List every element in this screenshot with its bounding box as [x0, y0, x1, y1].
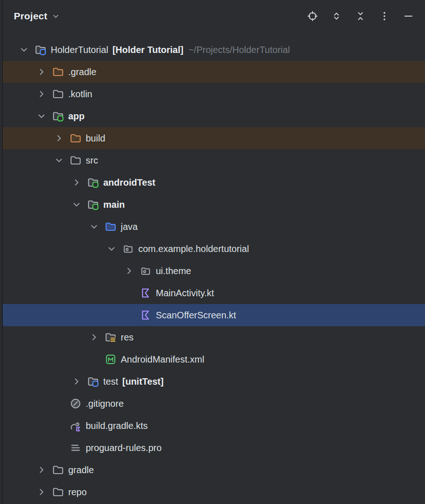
expand-all-button[interactable] [328, 8, 345, 24]
chevron-right-icon[interactable] [36, 88, 47, 100]
node-label: gradle [68, 465, 94, 475]
chevron-spacer [53, 398, 65, 409]
collapse-all-button[interactable] [352, 8, 369, 24]
kebab-icon [378, 10, 390, 22]
node-label: androidTest [103, 177, 155, 188]
chevron-right-icon[interactable] [36, 464, 47, 475]
tree-row-build[interactable]: build [3, 127, 425, 149]
chevron-right-icon[interactable] [71, 376, 82, 387]
tree-row-scan-offer-screen-kt[interactable]: ScanOfferScreen.kt [3, 304, 425, 326]
collapse-all-icon [354, 10, 366, 22]
manifest-xml-icon [104, 353, 117, 366]
node-label-suffix: [unitTest] [122, 376, 164, 387]
tree-row-android-manifest-xml[interactable]: AndroidManifest.xml [3, 348, 425, 370]
chevron-down-icon[interactable] [106, 243, 117, 254]
chevron-down-icon[interactable] [89, 221, 100, 232]
folder-icon [52, 486, 65, 498]
tree-row-com-example-holdertutorial[interactable]: com.example.holdertutorial [3, 238, 425, 260]
chevron-down-icon[interactable] [18, 44, 30, 55]
chevron-spacer [124, 287, 135, 299]
node-label: proguard-rules.pro [86, 443, 162, 453]
chevron-down-icon[interactable] [51, 11, 61, 21]
tree-row-app[interactable]: app [3, 105, 425, 127]
hide-button[interactable] [400, 8, 417, 24]
tree-row-dot-kotlin[interactable]: .kotlin [3, 83, 425, 105]
text-file-icon [69, 441, 82, 454]
node-label: java [121, 222, 138, 232]
node-label: .kotlin [68, 89, 92, 100]
chevron-spacer [53, 420, 65, 431]
tree-row-dot-gitignore[interactable]: .gitignore [3, 393, 425, 415]
gitignore-icon [69, 397, 82, 410]
chevron-spacer [89, 354, 100, 365]
more-options-button[interactable] [376, 8, 393, 24]
node-label: AndroidManifest.xml [121, 354, 204, 365]
tree-row-root[interactable]: HolderTutorial[Holder Tutorial]~/Project… [3, 39, 425, 61]
node-label: main [103, 199, 125, 210]
header-actions [304, 8, 417, 24]
tree-row-gradle[interactable]: gradle [3, 459, 425, 481]
locate-file-button[interactable] [304, 8, 321, 24]
chevron-right-icon[interactable] [53, 133, 65, 144]
node-label: app [68, 111, 85, 122]
project-file-tree: HolderTutorial[Holder Tutorial]~/Project… [3, 39, 425, 503]
node-label: src [86, 155, 98, 166]
tool-window-header: Project [3, 0, 425, 39]
project-path: ~/Projects/HolderTutorial [189, 45, 290, 55]
node-label: HolderTutorial [51, 45, 108, 55]
tree-row-proguard-rules-pro[interactable]: proguard-rules.pro [3, 437, 425, 459]
node-label: ui.theme [156, 266, 191, 276]
target-icon [307, 10, 319, 22]
kotlin-file-icon [139, 309, 152, 322]
node-label: .gradle [68, 67, 96, 77]
node-label: build [86, 133, 105, 144]
folder-badge-blue-icon [87, 375, 100, 388]
tree-row-repo[interactable]: repo [3, 481, 425, 503]
chevron-spacer [124, 310, 135, 321]
node-label: repo [68, 487, 87, 498]
chevron-down-icon[interactable] [53, 155, 65, 166]
chevron-down-icon[interactable] [36, 111, 47, 122]
folder-badge-green-icon [87, 176, 100, 189]
node-label: com.example.holdertutorial [138, 244, 249, 254]
folder-icon [52, 463, 65, 476]
chevron-right-icon[interactable] [36, 66, 47, 77]
chevron-right-icon[interactable] [71, 177, 82, 188]
gradle-kts-icon [69, 419, 82, 432]
tool-window-title[interactable]: Project [14, 11, 47, 22]
tree-row-dot-gradle[interactable]: .gradle [3, 61, 425, 83]
folder-icon [69, 154, 82, 167]
chevron-down-icon[interactable] [71, 199, 82, 210]
chevron-right-icon[interactable] [36, 486, 47, 498]
folder-res-icon [104, 331, 117, 344]
tree-row-android-test[interactable]: androidTest [3, 171, 425, 193]
kotlin-file-icon [139, 287, 152, 299]
node-label: test [103, 376, 118, 387]
tree-row-res[interactable]: res [3, 326, 425, 348]
tree-row-main-activity-kt[interactable]: MainActivity.kt [3, 282, 425, 304]
tree-row-build-gradle-kts[interactable]: build.gradle.kts [3, 415, 425, 437]
package-icon [122, 242, 135, 255]
project-tool-window: Project HolderTutorial[Holder Tutorial]~… [0, 0, 425, 504]
package-icon [139, 264, 152, 277]
node-label: MainActivity.kt [156, 288, 214, 299]
tree-row-src[interactable]: src [3, 149, 425, 171]
folder-java-icon [104, 220, 117, 233]
node-label: .gitignore [86, 399, 124, 409]
node-label: res [121, 332, 134, 343]
chevron-spacer [53, 442, 65, 453]
minimize-icon [402, 10, 414, 22]
chevron-right-icon[interactable] [89, 332, 100, 343]
folder-badge-green-icon [52, 110, 65, 123]
folder-badge-green-icon [87, 198, 100, 211]
node-label: ScanOfferScreen.kt [156, 310, 236, 321]
folder-excluded-icon [52, 65, 65, 78]
tree-row-java[interactable]: java [3, 216, 425, 238]
tree-row-ui-theme[interactable]: ui.theme [3, 260, 425, 282]
tree-row-test[interactable]: test[unitTest] [3, 370, 425, 393]
chevron-right-icon[interactable] [124, 265, 135, 276]
tree-row-main[interactable]: main [3, 193, 425, 216]
folder-icon [52, 88, 65, 100]
folder-excluded-icon [69, 132, 82, 145]
node-label-suffix: [Holder Tutorial] [112, 45, 183, 55]
